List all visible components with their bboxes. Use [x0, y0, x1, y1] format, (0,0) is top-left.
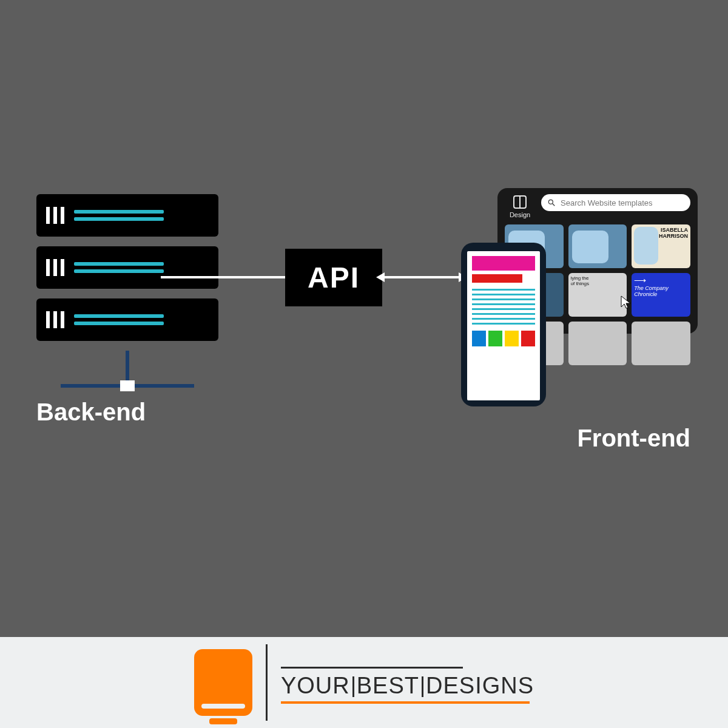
frontend-label: Front-end [577, 425, 690, 452]
design-tab[interactable]: Design [505, 194, 535, 218]
api-label: API [308, 261, 360, 294]
template-card[interactable]: ISABELLA HARRISON [632, 224, 690, 268]
template-search[interactable]: Search Website templates [541, 194, 690, 211]
template-card[interactable] [632, 322, 690, 365]
tablet-logo-icon [194, 649, 252, 716]
template-card[interactable]: ⟶The Company Chronicle [632, 273, 690, 317]
cursor-icon [620, 295, 632, 309]
server-rack [36, 246, 218, 289]
svg-point-0 [548, 200, 553, 204]
svg-line-1 [553, 204, 555, 206]
template-card[interactable] [568, 322, 627, 365]
server-rack [36, 194, 218, 237]
template-card[interactable]: lying theof things [568, 273, 627, 317]
phone-mock [461, 243, 546, 406]
backend-block: Back-end [36, 194, 218, 426]
backend-label: Back-end [36, 399, 218, 426]
arrow-api-to-frontend [382, 276, 461, 278]
layout-icon [513, 195, 527, 209]
template-card[interactable] [568, 224, 627, 268]
design-tab-label: Design [505, 211, 535, 218]
footer: YOURBESTDESIGNS [0, 637, 728, 728]
search-placeholder: Search Website templates [561, 198, 653, 207]
server-rack [36, 298, 218, 341]
search-icon [547, 198, 556, 207]
brand-wordmark: YOURBESTDESIGNS [281, 667, 534, 699]
arrow-backend-to-api [161, 276, 285, 278]
api-box: API [285, 249, 382, 306]
